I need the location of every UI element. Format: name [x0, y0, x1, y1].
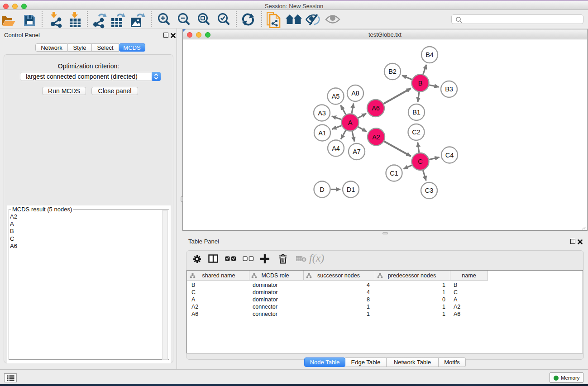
svg-text:B: B	[418, 80, 423, 87]
svg-text:C1: C1	[390, 170, 398, 177]
svg-text:C3: C3	[425, 187, 434, 194]
svg-text:B1: B1	[412, 109, 421, 116]
svg-text:A1: A1	[318, 129, 326, 137]
svg-text:A8: A8	[351, 90, 359, 97]
svg-text:C4: C4	[445, 152, 454, 159]
svg-text:C: C	[418, 158, 422, 165]
svg-text:A7: A7	[353, 148, 361, 155]
svg-text:A6: A6	[372, 105, 380, 112]
svg-text:B3: B3	[445, 86, 453, 93]
svg-text:A: A	[348, 119, 353, 126]
svg-text:A4: A4	[332, 145, 340, 152]
svg-text:D: D	[320, 186, 324, 193]
svg-text:A3: A3	[318, 110, 326, 117]
svg-text:B4: B4	[425, 51, 434, 58]
svg-text:A2: A2	[372, 133, 380, 141]
svg-text:B2: B2	[388, 68, 397, 75]
svg-text:C2: C2	[412, 129, 421, 136]
svg-text:A5: A5	[332, 93, 340, 100]
svg-text:D1: D1	[347, 186, 355, 193]
